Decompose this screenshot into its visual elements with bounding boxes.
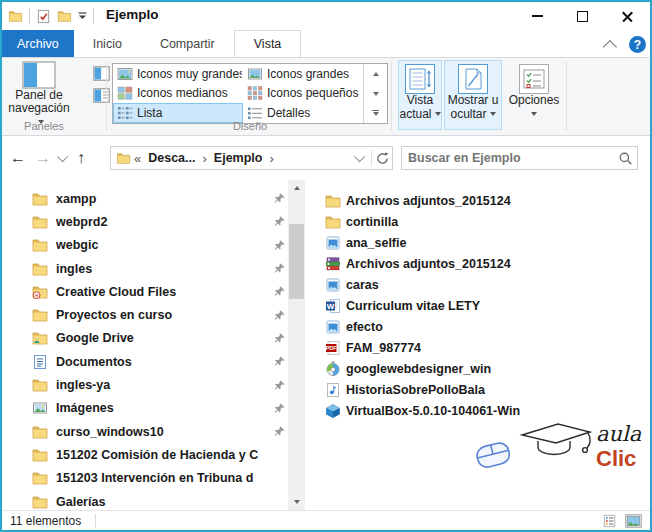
sidebar-item[interactable]: ingles — [2, 257, 288, 280]
minimize-button[interactable] — [515, 2, 560, 30]
view-option-iconos-muy-grandes[interactable]: Iconos muy grandes — [113, 64, 243, 84]
sidebar-item[interactable]: curso_windows10 — [2, 420, 288, 443]
breadcrumb-separator-icon[interactable]: › — [266, 151, 276, 166]
pin-icon — [273, 355, 286, 368]
tab-archivo[interactable]: Archivo — [2, 30, 74, 57]
details-pane-button[interactable] — [92, 86, 111, 105]
properties-check-icon[interactable] — [36, 9, 51, 24]
vbox-icon — [325, 403, 341, 419]
search-button[interactable] — [613, 151, 637, 166]
sidebar-item-label: 151202 Comisión de Hacienda y C — [56, 448, 288, 462]
group-separator — [106, 62, 107, 131]
details-view-button[interactable] — [602, 514, 617, 528]
file-item[interactable]: Archivos adjuntos_2015124 — [312, 190, 650, 211]
gallery-scroll-down[interactable] — [364, 84, 387, 104]
sidebar-item[interactable]: 151202 Comisión de Hacienda y C — [2, 443, 288, 466]
preview-pane-button[interactable] — [92, 64, 111, 83]
back-button[interactable]: ← — [10, 150, 26, 166]
tab-inicio[interactable]: Inicio — [74, 30, 141, 57]
pictures-icon — [32, 400, 48, 416]
scroll-up-icon[interactable] — [288, 180, 305, 196]
close-button[interactable] — [605, 2, 650, 30]
pin-icon — [273, 192, 286, 205]
file-item[interactable]: googlewebdesigner_win — [312, 358, 650, 379]
opciones-button[interactable]: Opciones — [506, 60, 562, 130]
file-item[interactable]: WCurriculum vitae LETY — [312, 295, 650, 316]
folder-icon — [32, 470, 48, 486]
sidebar-item-label: xampp — [56, 192, 273, 206]
sidebar-item[interactable]: ∞Creative Cloud Files — [2, 280, 288, 303]
tab-vista[interactable]: Vista — [234, 30, 302, 57]
view-option-label: Iconos muy grandes — [137, 67, 243, 81]
file-item[interactable]: caras — [312, 274, 650, 295]
sidebar-item[interactable]: Documentos — [2, 350, 288, 373]
mostrar-u-ocultar-button[interactable]: Mostrar uocultar — [444, 60, 502, 130]
group-separator — [391, 62, 392, 131]
view-option-label: Iconos pequeños — [267, 86, 358, 100]
action-label: Mostrar u — [448, 94, 499, 108]
sidebar-item[interactable]: webgic — [2, 234, 288, 257]
view-option-iconos-medianos[interactable]: Iconos medianos — [113, 84, 243, 104]
navigation-pane-button[interactable]: Panel de navegación — [6, 61, 72, 125]
breadcrumb-item[interactable]: Desca... — [144, 151, 199, 165]
folder-icon — [32, 214, 48, 230]
new-folder-icon[interactable] — [57, 9, 72, 23]
sidebar-item-label: ingles — [56, 262, 273, 276]
forward-button[interactable]: → — [35, 150, 51, 166]
address-dropdown-button[interactable] — [351, 147, 371, 169]
sidebar-item[interactable]: Proyectos en curso — [2, 303, 288, 326]
sidebar-item[interactable]: Imágenes — [2, 397, 288, 420]
sidebar-scrollbar[interactable] — [288, 180, 305, 510]
pin-icon — [273, 402, 286, 415]
view-option-label: Iconos medianos — [137, 86, 228, 100]
view-option-label: Detalles — [267, 106, 310, 120]
folder-icon — [325, 214, 341, 230]
sidebar-item[interactable]: Galerías — [2, 490, 288, 510]
rar-icon — [325, 256, 341, 272]
qat-dropdown-icon[interactable] — [78, 12, 87, 20]
pin-icon — [273, 285, 286, 298]
address-bar[interactable]: « Desca...›Ejemplo› — [110, 146, 393, 170]
breadcrumb-collapse[interactable]: « — [131, 151, 144, 166]
items-count: 11 elementos — [2, 514, 81, 528]
group-separator — [566, 62, 567, 131]
sidebar-item[interactable]: 151203 Intervención en Tribuna d — [2, 467, 288, 490]
file-item[interactable]: Archivos adjuntos_2015124 — [312, 253, 650, 274]
file-item-label: ana_selfie — [346, 236, 406, 250]
breadcrumb-item[interactable]: Ejemplo — [210, 151, 267, 165]
help-icon[interactable]: ? — [629, 36, 646, 53]
recent-locations-icon[interactable] — [57, 151, 68, 162]
sidebar-item-label: Imágenes — [56, 401, 273, 415]
file-item[interactable]: PDFFAM_987774 — [312, 337, 650, 358]
up-button[interactable]: ↑ — [77, 150, 85, 166]
folder-icon — [32, 191, 48, 207]
tab-compartir[interactable]: Compartir — [141, 30, 234, 57]
refresh-button[interactable] — [372, 147, 392, 169]
sidebar-item[interactable]: ingles-ya — [2, 373, 288, 396]
scrollbar-thumb[interactable] — [289, 224, 304, 299]
sidebar-item-label: Galerías — [56, 495, 288, 509]
file-item[interactable]: HistoriaSobrePolloBala — [312, 379, 650, 400]
gallery-scroll-up[interactable] — [364, 64, 387, 84]
file-item[interactable]: cortinilla — [312, 211, 650, 232]
scroll-down-icon[interactable] — [288, 494, 305, 510]
thumbnails-view-button[interactable] — [625, 514, 642, 528]
sidebar-item[interactable]: webprd2 — [2, 210, 288, 233]
file-item[interactable]: efecto — [312, 316, 650, 337]
status-bar: 11 elementos — [2, 510, 650, 530]
sidebar-item[interactable]: xampp — [2, 187, 288, 210]
file-item[interactable]: ana_selfie — [312, 232, 650, 253]
maximize-button[interactable] — [560, 2, 605, 30]
search-input[interactable] — [402, 151, 613, 165]
main-area: xamppwebprd2webgicingles∞Creative Cloud … — [2, 180, 650, 510]
file-item-label: HistoriaSobrePolloBala — [346, 383, 485, 397]
ribbon-tab-row: ArchivoInicioCompartirVista ? — [2, 30, 650, 58]
breadcrumb-separator-icon[interactable]: › — [200, 151, 210, 166]
action-label: actual — [399, 108, 440, 122]
graduation-cap-icon — [522, 424, 590, 443]
view-option-iconos-grandes[interactable]: Iconos grandes — [243, 64, 363, 84]
view-option-iconos-pequeños[interactable]: Iconos pequeños — [243, 84, 363, 104]
vista-actual-button[interactable]: Vistaactual — [398, 60, 442, 130]
folder-icon — [32, 261, 48, 277]
sidebar-item[interactable]: Google Drive — [2, 327, 288, 350]
